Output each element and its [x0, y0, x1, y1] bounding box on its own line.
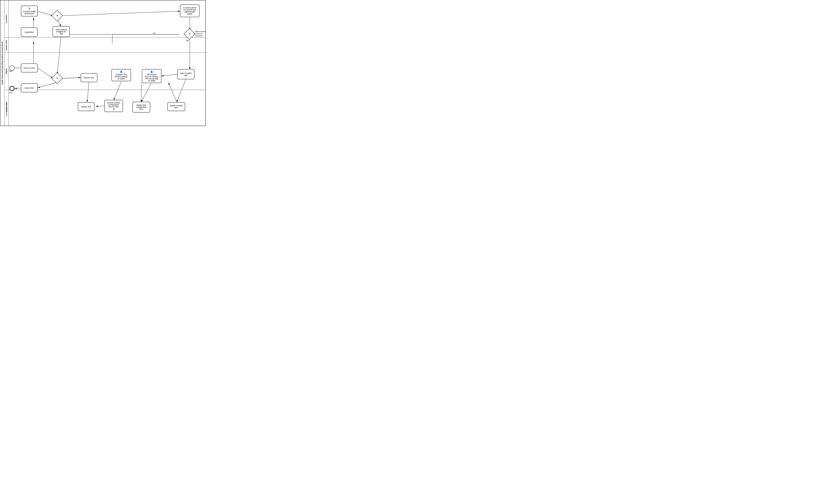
start-label: Start [7, 70, 14, 72]
outer-label: Health Check and Counseling, Explicit Co… [0, 0, 4, 126]
no-label: no [153, 32, 155, 34]
login-wallet-box: login to walletapp [177, 69, 194, 79]
end-event [9, 86, 15, 91]
inform-patient-box: inform patientineligibel forHajj [53, 26, 70, 37]
fill-consent-label: filll consentform for sharingIPS during … [145, 73, 158, 82]
leave-clinic-label: leave clinic [25, 87, 34, 89]
end-label: End [7, 92, 14, 94]
arrive-clinic-label: arrive to clinic [23, 67, 35, 69]
conduct-health-assessment: ☰ Conduct healthassessment [21, 6, 38, 16]
process-privacy-label: process privacyconfigurationform for SHL [107, 102, 120, 108]
task-icon: ☰ [28, 7, 30, 10]
diagram-container: Health Check and Counseling, Explicit Co… [0, 0, 206, 126]
gateway-consent-container: ✕ [185, 30, 194, 38]
lane-counselor-label: Counselor [4, 0, 9, 38]
configure-shl-label: configure SHLprivacy settingson wallet [115, 73, 128, 80]
leave-clinic-box: leave clinic [21, 83, 38, 93]
gateway-2 [51, 72, 63, 84]
display-shl-config-box: display SHLconfigurationform [133, 102, 150, 113]
arrive-clinic-box: arrive to clinic [21, 63, 38, 72]
counsel-patient-box: Counsel patienton consent anddigital hea… [180, 4, 199, 17]
display-consent-form-label: display consentform [170, 105, 183, 109]
gateway-1 [51, 10, 63, 21]
counsel-patient-label: Counsel patienton consent anddigital hea… [183, 7, 196, 15]
display-shl-label: display SHL [81, 106, 91, 108]
configure-shl-box: 👤 configure SHLprivacy settingson wallet [112, 69, 131, 81]
outer-label-text: Health Check and Counseling, Explicit Co… [1, 41, 3, 85]
fill-consent-icon: 👤 [150, 70, 153, 73]
review-shl-label: Review SHL [84, 77, 94, 79]
configure-shl-icon: 👤 [120, 70, 123, 73]
fill-consent-box: 👤 filll consentform for sharingIPS durin… [142, 69, 161, 83]
inform-patient-label: inform patientineligibel forHajj [56, 29, 67, 35]
gateway-consent [184, 28, 195, 40]
display-shl-config-label: display SHLconfigurationform [136, 104, 147, 110]
registration-box: registration [21, 27, 38, 37]
login-wallet-label: login to walletapp [180, 72, 192, 76]
gateway-2-container: ✕ [53, 74, 61, 83]
start-event [9, 65, 15, 71]
gateway-1-container: ✕ [53, 12, 61, 20]
yes-label: yes [186, 39, 189, 42]
review-shl-box: Review SHL [80, 73, 98, 82]
display-shl-box: display SHL [78, 102, 95, 111]
pilgrim-consent-text: pilgrim provided consent to counselor? [195, 31, 206, 37]
process-privacy-box: process privacyconfigurationform for SHL… [104, 100, 123, 112]
lane-human-actor: Human Actor [4, 38, 205, 53]
registration-label: registration [25, 31, 34, 33]
lane-system-actor-label: System Actor Origin Country Wallet [4, 90, 9, 126]
lane-human-actor-label: Human Actor [4, 38, 9, 53]
conduct-health-label: Conduct healthassessment [23, 10, 35, 15]
display-consent-form-box: display consentform [167, 102, 185, 111]
process-icon: ⊞ [113, 108, 115, 110]
